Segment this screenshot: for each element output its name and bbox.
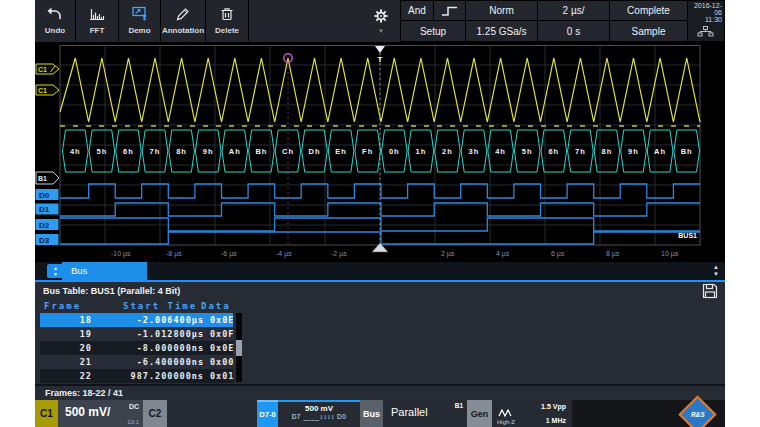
svg-text:8h: 8h: [602, 147, 613, 156]
demo-button[interactable]: Demo: [119, 0, 161, 41]
trash-icon: [218, 2, 236, 26]
undo-button[interactable]: Undo: [35, 0, 76, 41]
c-time: 987.200000ns: [96, 371, 204, 381]
bus-table-row[interactable]: 18-2.006400µs0x0E: [40, 313, 233, 327]
logic-channel-info[interactable]: 500 mV D7 ____↕↕↕↕ D0: [278, 400, 360, 427]
column-frame: Frame: [44, 301, 81, 311]
gen-tag[interactable]: Gen: [467, 400, 492, 427]
svg-text:Bh: Bh: [681, 147, 693, 156]
c2-channel-tag[interactable]: C2: [143, 400, 167, 427]
c-time: -8.000000ns: [96, 343, 204, 353]
svg-text:D3: D3: [39, 236, 50, 245]
trigger-mode-button[interactable]: Norm: [465, 0, 538, 21]
bus-table-row[interactable]: 21-6.400000ns0x00: [40, 355, 233, 369]
bus-table-row[interactable]: 20-8.000000ns0x0E: [40, 341, 233, 355]
bus-tag[interactable]: Bus: [360, 400, 383, 427]
table-scrollbar[interactable]: [236, 313, 242, 382]
save-icon: [702, 283, 718, 299]
svg-text:5h: 5h: [522, 147, 533, 156]
svg-text:C1: C1: [38, 87, 47, 94]
c-frame: 20: [40, 343, 92, 353]
svg-text:Ah: Ah: [229, 147, 241, 156]
bus-table-header: Frame Start Time Data: [35, 301, 725, 313]
c1-channel-info[interactable]: 500 mV/ DC 10:1: [58, 400, 143, 427]
demo-icon: [131, 2, 149, 26]
frames-status: Frames: 18-22 / 41: [35, 384, 725, 400]
channel-bar: C1 500 mV/ DC 10:1 C2 D7-0 500 mV D7 ___…: [35, 400, 725, 427]
c1-channel-tag[interactable]: C1: [35, 400, 58, 427]
c-time: -6.400000ns: [96, 357, 204, 367]
trigger-setup-button[interactable]: Setup: [400, 20, 466, 42]
svg-text:8 µs: 8 µs: [606, 250, 620, 258]
c-time: -1.012800µs: [96, 329, 204, 339]
gen-load: High-Z: [497, 419, 515, 425]
panel-resize-arrows[interactable]: ▲▼: [713, 264, 719, 278]
waveform-plot: 4h5h6h7h8h9hAhBhChDhEhFh0h1h2h3h4h5h6h7h…: [35, 45, 725, 260]
bus-info[interactable]: Parallel B1: [383, 400, 467, 427]
svg-text:D2: D2: [39, 221, 50, 230]
demo-label: Demo: [128, 26, 150, 36]
c-data: 0x0E: [210, 315, 234, 325]
bus-table-row[interactable]: 22987.200000ns0x01: [40, 369, 233, 383]
acquisition-status-button[interactable]: Complete: [609, 0, 688, 21]
c1-scale: 500 mV/: [65, 405, 110, 419]
scrollbar-thumb[interactable]: [236, 340, 242, 356]
svg-text:-8 µs: -8 µs: [166, 250, 182, 258]
svg-text:D0: D0: [39, 191, 50, 200]
settings-gear-button[interactable]: ▼: [371, 8, 391, 38]
save-button[interactable]: [702, 283, 718, 303]
svg-text:B1: B1: [38, 175, 47, 182]
svg-text:8h: 8h: [176, 147, 187, 156]
column-data: Data: [201, 301, 231, 311]
c1-probe: 10:1: [127, 419, 139, 425]
c-time: -2.006400µs: [96, 315, 204, 325]
gen-info[interactable]: High-Z 1.5 Vpp 1 MHz: [492, 400, 572, 427]
network-icon: [688, 26, 722, 38]
svg-text:-6 µs: -6 µs: [221, 250, 237, 258]
svg-text:T: T: [378, 55, 383, 64]
svg-text:6h: 6h: [123, 147, 134, 156]
timebase-scale-button[interactable]: 2 µs/: [537, 0, 610, 21]
bus-table-title: Bus Table: BUS1 (Parallel: 4 Bit): [43, 286, 180, 296]
rohde-schwarz-logo: R&S: [678, 395, 716, 427]
trigger-logic-button[interactable]: And: [400, 0, 434, 21]
acquisition-mode-button[interactable]: Sample: [609, 20, 688, 42]
annotation-button[interactable]: Annotation: [161, 0, 206, 41]
c-frame: 18: [40, 315, 92, 325]
tab-bus[interactable]: Bus: [62, 262, 147, 280]
trigger-edge-button[interactable]: [433, 0, 466, 21]
svg-text:1h: 1h: [416, 147, 427, 156]
svg-text:7h: 7h: [150, 147, 161, 156]
delete-button[interactable]: Delete: [206, 0, 249, 41]
pencil-icon: [174, 2, 192, 26]
svg-text:4h: 4h: [495, 147, 506, 156]
logic-channel-tag[interactable]: D7-0: [257, 400, 278, 427]
bus-badge: B1: [455, 402, 463, 409]
undo-icon: [46, 2, 64, 26]
svg-text:2 µs: 2 µs: [441, 250, 455, 258]
sample-rate-button[interactable]: 1.25 GSa/s: [465, 20, 538, 42]
waveform-display[interactable]: 4h5h6h7h8h9hAhBhChDhEhFh0h1h2h3h4h5h6h7h…: [35, 42, 725, 262]
c-frame: 21: [40, 357, 92, 367]
svg-text:0h: 0h: [389, 147, 400, 156]
svg-text:Ah: Ah: [654, 147, 666, 156]
bus-table-row[interactable]: 19-1.012800µs0x0F: [40, 327, 233, 341]
c-data: 0x00: [210, 357, 234, 367]
result-tabbar: ▲▼ Bus ▲▼: [35, 262, 725, 280]
annotation-label: Annotation: [162, 26, 204, 36]
fft-button[interactable]: FFT: [76, 0, 119, 41]
svg-text:4 µs: 4 µs: [496, 250, 510, 258]
date-text: 2016-12-06: [688, 2, 722, 16]
column-start-time: Start Time: [123, 301, 197, 311]
svg-text:-2 µs: -2 µs: [331, 250, 347, 258]
svg-text:6h: 6h: [548, 147, 559, 156]
undo-label: Undo: [45, 26, 65, 36]
timebase-position-button[interactable]: 0 s: [537, 20, 610, 42]
fft-label: FFT: [90, 26, 105, 36]
c2-channel-info[interactable]: [167, 400, 257, 427]
svg-text:Fh: Fh: [362, 147, 373, 156]
svg-text:D1: D1: [39, 205, 50, 214]
svg-text:BUS1: BUS1: [678, 232, 697, 239]
svg-text:3h: 3h: [469, 147, 480, 156]
svg-text:9h: 9h: [203, 147, 214, 156]
